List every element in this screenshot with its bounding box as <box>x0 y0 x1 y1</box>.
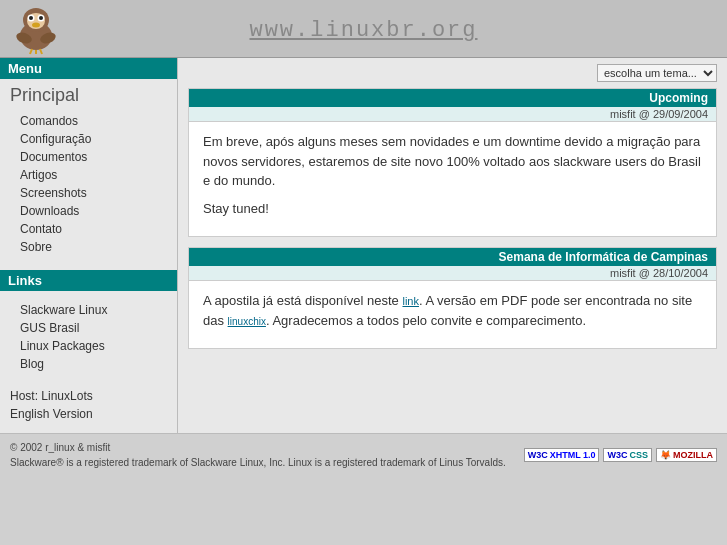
article-body: A apostila já está disponível neste link… <box>189 281 716 348</box>
article-upcoming: Upcoming misfit @ 29/09/2004 Em breve, a… <box>188 88 717 237</box>
article-link2[interactable]: linuxchix <box>228 316 266 327</box>
sidebar-nav-item[interactable]: Sobre <box>0 238 177 256</box>
sidebar: Menu Principal Comandos Configuração Doc… <box>0 58 178 433</box>
article-text-before-link: A apostila já está disponível neste <box>203 293 402 308</box>
sidebar-extra: Host: LinuxLots English Version <box>0 387 177 423</box>
article-title: Upcoming <box>189 89 716 107</box>
article-link[interactable]: link <box>402 295 419 307</box>
host-label[interactable]: Host: LinuxLots <box>10 387 177 405</box>
copyright-text: © 2002 r_linux & misfit <box>10 440 506 455</box>
sidebar-link-item[interactable]: Linux Packages <box>0 337 177 355</box>
main-content: escolha um tema... Upcoming misfit @ 29/… <box>178 58 727 433</box>
header: www.linuxbr.org <box>0 0 727 58</box>
xhtml-badge[interactable]: W3C XHTML 1.0 <box>524 448 600 462</box>
article-meta: misfit @ 28/10/2004 <box>189 266 716 281</box>
css-badge[interactable]: W3C CSS <box>603 448 652 462</box>
svg-point-7 <box>32 23 40 28</box>
sidebar-nav-item[interactable]: Documentos <box>0 148 177 166</box>
sidebar-nav-item[interactable]: Downloads <box>0 202 177 220</box>
english-version-link[interactable]: English Version <box>10 405 177 423</box>
sidebar-nav-item[interactable]: Contato <box>0 220 177 238</box>
links-section: Links Slackware Linux GUS Brasil Linux P… <box>0 270 177 373</box>
links-header: Links <box>0 270 177 291</box>
w3c-label2: W3C <box>607 450 627 460</box>
svg-point-5 <box>29 16 33 20</box>
sidebar-nav-item[interactable]: Artigos <box>0 166 177 184</box>
mozilla-badge[interactable]: 🦊 MOZILLA <box>656 448 717 462</box>
article-semana: Semana de Informática de Campinas misfit… <box>188 247 717 349</box>
w3c-label: W3C <box>528 450 548 460</box>
sidebar-link-item[interactable]: GUS Brasil <box>0 319 177 337</box>
sidebar-nav-item[interactable]: Comandos <box>0 112 177 130</box>
mozilla-icon: 🦊 <box>660 450 671 460</box>
theme-bar: escolha um tema... <box>188 64 717 82</box>
sidebar-nav-item[interactable]: Configuração <box>0 130 177 148</box>
article-paragraph: Em breve, após alguns meses sem novidade… <box>203 132 702 191</box>
footer: © 2002 r_linux & misfit Slackware® is a … <box>0 433 727 476</box>
article-meta: misfit @ 29/09/2004 <box>189 107 716 122</box>
sidebar-nav-item[interactable]: Screenshots <box>0 184 177 202</box>
article-paragraph: A apostila já está disponível neste link… <box>203 291 702 330</box>
article-text-after-link2: . Agradecemos a todos pelo convite e com… <box>266 313 586 328</box>
site-title: www.linuxbr.org <box>0 18 727 43</box>
article-body: Em breve, após alguns meses sem novidade… <box>189 122 716 236</box>
svg-line-12 <box>40 49 42 54</box>
css-label: CSS <box>629 450 648 460</box>
theme-select[interactable]: escolha um tema... <box>597 64 717 82</box>
article-title: Semana de Informática de Campinas <box>189 248 716 266</box>
xhtml-label: XHTML 1.0 <box>550 450 596 460</box>
sidebar-link-item[interactable]: Blog <box>0 355 177 373</box>
logo <box>10 4 62 56</box>
sidebar-main-title: Principal <box>0 81 177 112</box>
footer-badges: W3C XHTML 1.0 W3C CSS 🦊 MOZILLA <box>524 448 717 462</box>
mozilla-label: MOZILLA <box>673 450 713 460</box>
article-paragraph: Stay tuned! <box>203 199 702 219</box>
main-layout: Menu Principal Comandos Configuração Doc… <box>0 58 727 433</box>
trademark-text: Slackware® is a registered trademark of … <box>10 455 506 470</box>
svg-line-10 <box>30 49 32 54</box>
footer-left: © 2002 r_linux & misfit Slackware® is a … <box>10 440 506 470</box>
bird-icon <box>10 4 62 56</box>
sidebar-link-item[interactable]: Slackware Linux <box>0 301 177 319</box>
svg-point-6 <box>39 16 43 20</box>
menu-header: Menu <box>0 58 177 79</box>
